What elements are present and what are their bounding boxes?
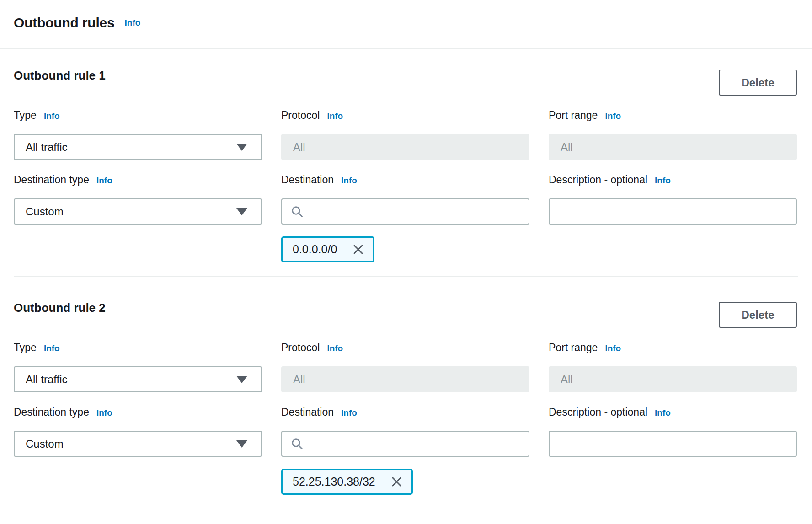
rule-2-description-input[interactable]	[549, 431, 797, 457]
page-title: Outbound rules	[14, 15, 115, 31]
rule-1-delete-button[interactable]: Delete	[719, 70, 797, 96]
rule-1-destination-search	[281, 198, 529, 225]
rule-2-destination-token: 52.25.130.38/32	[281, 469, 413, 495]
rule-2-header: Outbound rule 2 Delete	[14, 300, 797, 328]
rule-2-destination-token-value: 52.25.130.38/32	[293, 475, 375, 488]
rule-1-row-a: Type Info All traffic Protocol Info All …	[14, 108, 797, 160]
rule-2-type-field: Type Info All traffic	[14, 341, 262, 392]
rule-2-row-b: Destination type Info Custom Destination…	[14, 405, 797, 457]
destination-label: Destination	[281, 173, 334, 187]
rule-1-description-input[interactable]	[549, 198, 797, 225]
rule-1-protocol-input: All	[281, 134, 529, 160]
rule-1-destination-token-value: 0.0.0.0/0	[293, 243, 337, 256]
protocol-info-link[interactable]: Info	[327, 342, 343, 355]
destination-type-label: Destination type	[14, 405, 89, 419]
close-icon	[390, 475, 403, 488]
chevron-down-icon	[236, 440, 247, 448]
rule-2-token-row: 52.25.130.38/32	[14, 469, 797, 495]
rule-2-delete-button[interactable]: Delete	[719, 302, 797, 328]
rule-1-destination-type-select[interactable]: Custom	[14, 198, 262, 225]
rule-2-port-range-input: All	[549, 366, 797, 392]
rule-2-heading: Outbound rule 2	[14, 300, 106, 315]
rule-1-destination-type-select-value: Custom	[26, 205, 64, 218]
close-icon	[352, 243, 365, 256]
rule-1-description-field: Description - optional Info	[549, 173, 797, 225]
rule-2-destination-field: Destination Info	[281, 405, 529, 457]
chevron-down-icon	[236, 376, 247, 383]
rule-1-type-field: Type Info All traffic	[14, 108, 262, 160]
rule-1-destination-field: Destination Info	[281, 173, 529, 225]
chevron-down-icon	[236, 208, 247, 215]
protocol-info-link[interactable]: Info	[327, 109, 343, 123]
destination-label: Destination	[281, 405, 334, 419]
rule-2-destination-type-field: Destination type Info Custom	[14, 405, 262, 457]
chevron-down-icon	[236, 144, 247, 151]
outbound-rules-panel: Outbound rules Info Outbound rule 1 Dele…	[0, 0, 812, 495]
description-info-link[interactable]: Info	[655, 406, 671, 420]
type-label: Type	[14, 108, 37, 122]
port-range-info-link[interactable]: Info	[605, 109, 621, 123]
rule-2-destination-type-select-value: Custom	[26, 438, 64, 450]
rule-1-port-range-field: Port range Info All	[549, 108, 797, 160]
rule-1-token-row: 0.0.0.0/0	[14, 236, 797, 262]
protocol-label: Protocol	[281, 108, 320, 122]
rule-1-destination-type-field: Destination type Info Custom	[14, 173, 262, 225]
destination-type-label: Destination type	[14, 173, 89, 187]
outbound-rule-2-section: Outbound rule 2 Delete Type Info All tra…	[0, 277, 812, 495]
port-range-info-link[interactable]: Info	[605, 342, 621, 355]
rule-2-type-select-value: All traffic	[26, 373, 68, 386]
rule-1-token-dismiss-button[interactable]	[350, 241, 367, 258]
description-label: Description - optional	[549, 173, 647, 187]
rule-1-type-select[interactable]: All traffic	[14, 134, 262, 160]
rule-1-destination-search-input[interactable]	[310, 199, 520, 224]
rule-2-destination-search-input[interactable]	[310, 432, 520, 456]
rule-2-destination-search	[281, 431, 529, 457]
rule-1-header: Outbound rule 1 Delete	[14, 68, 797, 96]
rule-2-type-select[interactable]: All traffic	[14, 366, 262, 392]
outbound-rules-info-link[interactable]: Info	[125, 18, 141, 28]
rule-1-type-select-value: All traffic	[26, 141, 68, 154]
rule-2-token-dismiss-button[interactable]	[388, 473, 405, 490]
description-label: Description - optional	[549, 405, 647, 419]
rule-1-port-range-input: All	[549, 134, 797, 160]
destination-type-info-link[interactable]: Info	[96, 406, 112, 420]
rule-2-destination-type-select[interactable]: Custom	[14, 431, 262, 457]
rule-2-row-a: Type Info All traffic Protocol Info All …	[14, 341, 797, 392]
rule-2-description-field: Description - optional Info	[549, 405, 797, 457]
protocol-label: Protocol	[281, 341, 320, 354]
rule-1-destination-token: 0.0.0.0/0	[281, 236, 374, 262]
rule-1-heading: Outbound rule 1	[14, 68, 106, 83]
type-label: Type	[14, 341, 37, 354]
destination-info-link[interactable]: Info	[341, 406, 357, 420]
rule-2-protocol-field: Protocol Info All	[281, 341, 529, 392]
rule-2-port-range-field: Port range Info All	[549, 341, 797, 392]
rule-1-row-b: Destination type Info Custom Destination…	[14, 173, 797, 225]
panel-header: Outbound rules Info	[0, 0, 812, 49]
port-range-label: Port range	[549, 341, 598, 354]
rule-1-protocol-field: Protocol Info All	[281, 108, 529, 160]
destination-type-info-link[interactable]: Info	[96, 174, 112, 187]
search-icon	[290, 205, 304, 219]
outbound-rule-1-section: Outbound rule 1 Delete Type Info All tra…	[0, 49, 812, 262]
search-icon	[290, 437, 304, 451]
type-info-link[interactable]: Info	[44, 109, 60, 123]
port-range-label: Port range	[549, 108, 598, 122]
destination-info-link[interactable]: Info	[341, 174, 357, 187]
description-info-link[interactable]: Info	[655, 174, 671, 187]
rule-2-protocol-input: All	[281, 366, 529, 392]
type-info-link[interactable]: Info	[44, 342, 60, 355]
